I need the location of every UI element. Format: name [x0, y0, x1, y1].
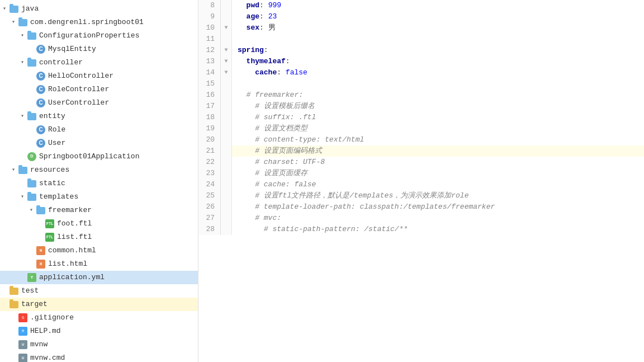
- line-content-20: # content-type: text/html: [232, 134, 644, 145]
- line-content-9: age: 23: [232, 11, 644, 22]
- tree-label-test: test: [21, 285, 198, 297]
- line-gutter-13[interactable]: ▼: [221, 56, 232, 67]
- tree-arrow-templates: ▾: [18, 191, 27, 203]
- code-line-8: 8 pwd: 999: [198, 0, 644, 11]
- line-number-18: 18: [198, 112, 221, 123]
- tree-item-foot-ftl[interactable]: FTLfoot.ftl: [0, 217, 198, 231]
- tree-item-com-dengrenli[interactable]: ▾com.dengrenli.springboot01: [0, 16, 198, 29]
- tree-arrow-entity: ▾: [18, 111, 27, 122]
- tree-item-hello-ctrl[interactable]: CHelloController: [0, 69, 198, 83]
- tree-label-java: java: [21, 3, 198, 15]
- tree-item-mysql-entity[interactable]: CMysqlEntity: [0, 43, 198, 56]
- tree-label-freemarker: freemarker: [48, 205, 198, 216]
- tree-item-java[interactable]: ▾java: [0, 2, 198, 16]
- icon-ftl-list-ftl: FTL: [45, 233, 55, 242]
- tree-item-user-ctrl[interactable]: CUserController: [0, 96, 198, 110]
- tree-item-mvnw-cmd[interactable]: Wmvnw.cmd: [0, 351, 198, 362]
- line-number-8: 8: [198, 0, 221, 11]
- tree-item-user[interactable]: CUser: [0, 137, 198, 150]
- line-content-14: cache: false: [232, 67, 644, 78]
- tree-item-role[interactable]: CRole: [0, 123, 198, 137]
- tree-item-list-html[interactable]: Hlist.html: [0, 257, 198, 271]
- tree-arrow-com-dengrenli: ▾: [9, 17, 18, 28]
- line-gutter-17: [221, 101, 232, 112]
- line-gutter-14[interactable]: ▼: [221, 67, 232, 78]
- icon-folder-blue-config-props: [27, 31, 37, 40]
- line-gutter-22: [221, 157, 232, 168]
- tree-item-mvnw[interactable]: Wmvnw: [0, 338, 198, 351]
- tree-label-templates: templates: [39, 191, 198, 203]
- line-content-25: # 设置ftl文件路径，默认是/templates，为演示效果添加role: [232, 190, 644, 201]
- tree-label-mvnw-cmd: mvnw.cmd: [30, 352, 198, 362]
- tree-item-controller[interactable]: ▾controller: [0, 56, 198, 69]
- line-gutter-8: [221, 0, 232, 11]
- tree-label-foot-ftl: foot.ftl: [57, 218, 198, 229]
- line-number-13: 13: [198, 56, 221, 67]
- tree-item-list-ftl[interactable]: FTLlist.ftl: [0, 231, 198, 244]
- code-line-14: 14▼ cache: false: [198, 67, 644, 78]
- icon-folder-blue-entity: [27, 112, 37, 121]
- tree-label-springboot-app: Springboot01Application: [39, 151, 198, 162]
- tree-arrow-java: ▾: [0, 3, 9, 15]
- icon-folder-blue-java: [9, 4, 19, 13]
- icon-class-role: C: [36, 125, 46, 134]
- line-content-17: # 设置模板后缀名: [232, 101, 644, 112]
- tree-label-user-ctrl: UserController: [48, 97, 198, 109]
- tree-item-springboot-app[interactable]: ⚙Springboot01Application: [0, 150, 198, 163]
- tree-item-target[interactable]: target: [0, 298, 198, 311]
- line-gutter-19: [221, 123, 232, 134]
- tree-item-role-ctrl[interactable]: CRoleController: [0, 83, 198, 96]
- code-line-9: 9 age: 23: [198, 11, 644, 22]
- tree-item-resources[interactable]: ▾resources: [0, 163, 198, 177]
- line-number-25: 25: [198, 190, 221, 201]
- line-content-16: # freemarker:: [232, 90, 644, 101]
- tree-item-entity[interactable]: ▾entity: [0, 110, 198, 123]
- line-gutter-20: [221, 134, 232, 145]
- tree-label-user: User: [48, 138, 198, 149]
- line-number-11: 11: [198, 34, 221, 45]
- icon-html-common-html: H: [36, 246, 46, 255]
- line-gutter-10[interactable]: ▼: [221, 22, 232, 34]
- line-gutter-12[interactable]: ▼: [221, 45, 232, 56]
- line-content-10: sex: 男: [232, 22, 644, 34]
- code-line-11: 11: [198, 34, 644, 45]
- icon-ftl-foot-ftl: FTL: [45, 219, 55, 228]
- code-line-25: 25 # 设置ftl文件路径，默认是/templates，为演示效果添加role: [198, 190, 644, 201]
- tree-label-role: Role: [48, 124, 198, 135]
- line-number-15: 15: [198, 78, 221, 90]
- icon-folder-blue-freemarker: [36, 206, 46, 215]
- tree-item-help-md[interactable]: MHELP.md: [0, 325, 198, 338]
- line-number-28: 28: [198, 224, 221, 235]
- line-content-18: # suffix: .ftl: [232, 112, 644, 123]
- tree-item-static[interactable]: static: [0, 177, 198, 190]
- tree-label-list-html: list.html: [48, 258, 198, 270]
- code-line-17: 17 # 设置模板后缀名: [198, 101, 644, 112]
- line-number-20: 20: [198, 134, 221, 145]
- line-gutter-25: [221, 190, 232, 201]
- code-editor: 8 pwd: 9999 age: 2310▼ sex: 男1112▼spring…: [198, 0, 644, 362]
- tree-label-app-yml: application.yml: [39, 272, 198, 283]
- line-gutter-28: [221, 224, 232, 235]
- icon-class-user: C: [36, 139, 46, 148]
- code-line-12: 12▼spring:: [198, 45, 644, 56]
- line-gutter-15: [221, 78, 232, 90]
- line-number-24: 24: [198, 179, 221, 190]
- line-number-17: 17: [198, 101, 221, 112]
- line-number-12: 12: [198, 45, 221, 56]
- tree-item-config-props[interactable]: ▾ConfigurationProperties: [0, 29, 198, 43]
- tree-item-common-html[interactable]: Hcommon.html: [0, 244, 198, 257]
- line-number-22: 22: [198, 157, 221, 168]
- icon-spring-springboot-app: ⚙: [27, 152, 37, 161]
- tree-item-templates[interactable]: ▾templates: [0, 190, 198, 204]
- tree-item-test[interactable]: test: [0, 284, 198, 298]
- tree-label-controller: controller: [39, 57, 198, 68]
- line-content-19: # 设置文档类型: [232, 123, 644, 134]
- icon-folder-target: [9, 300, 19, 309]
- tree-label-help-md: HELP.md: [30, 326, 198, 337]
- line-gutter-21: [221, 145, 232, 157]
- tree-item-freemarker[interactable]: ▾freemarker: [0, 204, 198, 217]
- tree-item-app-yml[interactable]: Yapplication.yml: [0, 271, 198, 284]
- tree-arrow-controller: ▾: [18, 57, 27, 68]
- icon-mvnw-mvnw: W: [18, 340, 28, 349]
- tree-item-gitignore[interactable]: G.gitignore: [0, 311, 198, 325]
